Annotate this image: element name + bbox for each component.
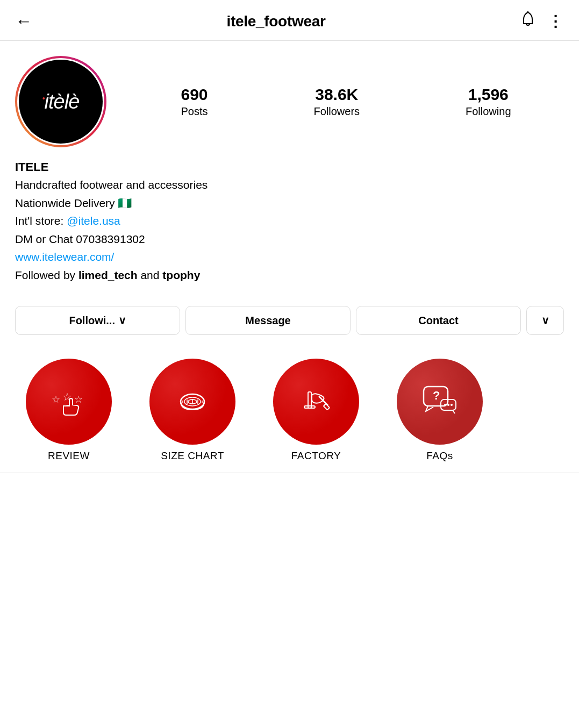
nav-icons-group: ⋮ (520, 11, 564, 32)
bio-intl-prefix: Int'l store: (15, 215, 67, 227)
posts-label: Posts (181, 105, 208, 118)
back-button[interactable]: ← (15, 11, 32, 31)
highlight-review-label: REVIEW (48, 450, 90, 462)
notification-bell-icon[interactable] (520, 11, 536, 32)
bio-contact: DM or Chat 07038391302 (15, 231, 564, 248)
highlight-review[interactable]: ☆ ☆ ☆ REVIEW (15, 359, 123, 462)
bio-follower1[interactable]: limed_tech (78, 269, 138, 281)
stat-followers[interactable]: 38.6K Followers (313, 85, 360, 118)
avatar-logo: •itèlè (42, 90, 80, 113)
highlight-factory[interactable]: FACTORY (262, 359, 370, 462)
highlight-circle-faqs: ? (397, 359, 483, 445)
top-navigation: ← itele_footwear ⋮ (0, 0, 579, 41)
following-count: 1,596 (468, 85, 509, 103)
bio-followed-prefix: Followed by (15, 269, 78, 281)
svg-text:☆: ☆ (74, 394, 83, 405)
svg-point-20 (447, 404, 449, 406)
stat-following[interactable]: 1,596 Following (466, 85, 511, 118)
stat-posts[interactable]: 690 Posts (181, 85, 208, 118)
svg-text:☆: ☆ (52, 394, 60, 405)
highlight-circle-review: ☆ ☆ ☆ (26, 359, 112, 445)
avatar[interactable]: •itèlè (15, 56, 106, 147)
posts-count: 690 (181, 85, 208, 103)
svg-point-21 (451, 404, 453, 406)
following-button[interactable]: Followi... ∨ (15, 306, 180, 335)
svg-text:?: ? (433, 389, 440, 402)
bio-intl-store: Int'l store: @itele.usa (15, 212, 564, 230)
bio-display-name: ITELE (15, 160, 564, 174)
following-label: Following (466, 105, 511, 118)
bio-followed-by: Followed by limed_tech and tpophy (15, 267, 564, 284)
bio-delivery: Nationwide Delivery 🇳🇬 (15, 195, 564, 212)
bio-website-link[interactable]: www.itelewear.com/ (15, 251, 114, 263)
svg-point-19 (444, 404, 446, 406)
profile-header: •itèlè 690 Posts 38.6K Followers 1,596 F… (15, 56, 564, 147)
highlight-circle-factory (273, 359, 359, 445)
bio-follower2[interactable]: tpophy (162, 269, 200, 281)
profile-username: itele_footwear (226, 13, 325, 30)
followers-count: 38.6K (315, 85, 358, 103)
followers-label: Followers (313, 105, 360, 118)
bio-section: ITELE Handcrafted footwear and accessori… (0, 160, 579, 297)
highlight-size-chart-label: SIZE CHART (161, 450, 224, 462)
more-options-icon[interactable]: ⋮ (548, 12, 564, 30)
svg-rect-13 (304, 406, 315, 408)
contact-button[interactable]: Contact (356, 306, 521, 335)
bio-and: and (138, 269, 163, 281)
highlight-faqs[interactable]: ? FAQs (386, 359, 494, 462)
highlight-circle-size-chart (149, 359, 235, 445)
highlight-faqs-label: FAQs (426, 450, 453, 462)
section-divider (0, 473, 579, 473)
bio-intl-link[interactable]: @itele.usa (67, 215, 120, 227)
svg-text:☆: ☆ (62, 391, 72, 403)
action-buttons-row: Followi... ∨ Message Contact ∨ (0, 297, 579, 348)
highlights-section: ☆ ☆ ☆ REVIEW (0, 348, 579, 473)
highlight-factory-label: FACTORY (291, 450, 341, 462)
svg-rect-15 (324, 404, 330, 410)
profile-section: •itèlè 690 Posts 38.6K Followers 1,596 F… (0, 41, 579, 147)
more-dropdown-button[interactable]: ∨ (526, 306, 564, 335)
bio-description: Handcrafted footwear and accessories (15, 176, 564, 194)
profile-stats: 690 Posts 38.6K Followers 1,596 Followin… (128, 85, 564, 118)
highlight-size-chart[interactable]: SIZE CHART (139, 359, 246, 462)
message-button[interactable]: Message (185, 306, 351, 335)
bio-website[interactable]: www.itelewear.com/ (15, 248, 564, 266)
